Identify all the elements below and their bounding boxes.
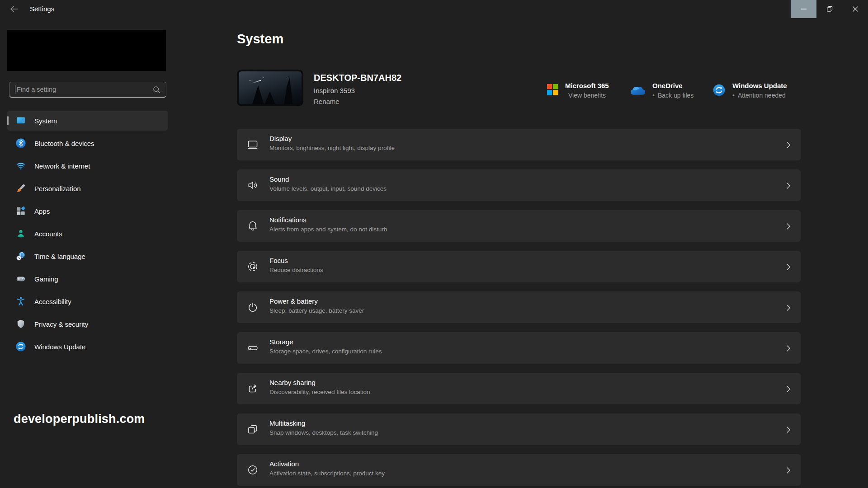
display-icon xyxy=(247,139,259,150)
page-title: System xyxy=(237,32,283,47)
chevron-right-icon xyxy=(787,305,791,311)
row-title: Focus xyxy=(269,256,323,265)
system-icon xyxy=(15,115,26,126)
settings-row-storage[interactable]: StorageStorage space, drives, configurat… xyxy=(237,332,801,364)
checkmark-circle-icon xyxy=(247,464,259,476)
settings-row-power-battery[interactable]: Power & batterySleep, battery usage, bat… xyxy=(237,291,801,323)
sidebar-item-gaming[interactable]: Gaming xyxy=(7,269,168,289)
chevron-right-icon xyxy=(787,467,791,474)
person-icon xyxy=(15,228,26,239)
device-info: DESKTOP-BN7AH82 Inspiron 3593 Rename xyxy=(314,73,401,105)
globe-clock-icon xyxy=(15,251,26,262)
quick-link-subtitle[interactable]: View benefits xyxy=(568,92,606,99)
sidebar-item-label: Time & language xyxy=(34,253,85,260)
sidebar-item-accounts[interactable]: Accounts xyxy=(7,224,168,244)
watermark: developerpublish.com xyxy=(14,412,145,426)
tree-silhouette xyxy=(250,85,266,105)
quick-link-onedrive[interactable]: OneDrive •Back up files xyxy=(630,81,693,99)
tree-silhouette xyxy=(264,92,276,105)
windows-update-icon xyxy=(15,341,26,352)
minimize-icon xyxy=(801,9,807,9)
device-thumbnail xyxy=(237,70,303,106)
sidebar-item-label: Personalization xyxy=(34,185,81,192)
settings-row-activation[interactable]: ActivationActivation state, subscription… xyxy=(237,454,801,486)
storage-drive-icon xyxy=(247,342,259,354)
sidebar-item-windows-update[interactable]: Windows Update xyxy=(7,337,168,357)
sidebar-item-label: Network & internet xyxy=(34,162,90,170)
row-subtitle: Volume levels, output, input, sound devi… xyxy=(269,185,387,193)
settings-row-display[interactable]: DisplayMonitors, brightness, night light… xyxy=(237,129,801,160)
sidebar-item-bluetooth-devices[interactable]: Bluetooth & devices xyxy=(7,133,168,153)
paintbrush-icon xyxy=(15,183,26,194)
sidebar-item-personalization[interactable]: Personalization xyxy=(7,178,168,198)
quick-link-subtitle[interactable]: Attention needed xyxy=(738,92,786,99)
restore-button[interactable] xyxy=(816,0,842,18)
rename-button[interactable]: Rename xyxy=(314,98,401,105)
apps-icon xyxy=(15,206,26,216)
tree-silhouette xyxy=(277,70,298,106)
chevron-right-icon xyxy=(787,183,791,189)
row-title: Display xyxy=(269,134,395,143)
quick-link-microsoft-365[interactable]: Microsoft 365 View benefits xyxy=(547,81,609,99)
sidebar-item-label: Privacy & security xyxy=(34,320,88,328)
row-title: Sound xyxy=(269,175,387,184)
row-subtitle: Storage space, drives, configuration rul… xyxy=(269,347,382,356)
sidebar-item-label: Bluetooth & devices xyxy=(34,140,94,147)
accessibility-person-icon xyxy=(15,296,26,307)
focus-icon xyxy=(247,261,259,272)
speaker-icon xyxy=(247,179,259,191)
sidebar-item-label: Windows Update xyxy=(34,343,85,351)
wifi-icon xyxy=(15,160,26,171)
restore-icon xyxy=(826,5,833,13)
quick-link-windows-update[interactable]: Windows Update •Attention needed xyxy=(712,81,787,99)
quick-link-title: Microsoft 365 xyxy=(565,81,609,90)
row-title: Power & battery xyxy=(269,297,364,306)
sidebar-item-label: Accessibility xyxy=(34,298,71,305)
meteor-streak xyxy=(251,80,261,84)
sidebar-item-privacy-security[interactable]: Privacy & security xyxy=(7,314,168,334)
sidebar-item-label: Apps xyxy=(34,207,50,215)
sidebar-item-apps[interactable]: Apps xyxy=(7,201,168,221)
settings-list: DisplayMonitors, brightness, night light… xyxy=(237,129,801,488)
chevron-right-icon xyxy=(787,427,791,433)
microsoft-logo-icon xyxy=(547,84,558,99)
gamepad-icon xyxy=(15,273,26,284)
sidebar-item-label: System xyxy=(34,117,57,125)
row-subtitle: Activation state, subscriptions, product… xyxy=(269,469,385,478)
row-title: Notifications xyxy=(269,216,387,225)
share-icon xyxy=(247,383,259,394)
settings-row-nearby-sharing[interactable]: Nearby sharingDiscoverability, received … xyxy=(237,373,801,404)
device-name: DESKTOP-BN7AH82 xyxy=(314,73,401,83)
onedrive-cloud-icon xyxy=(630,86,646,99)
account-panel[interactable] xyxy=(7,30,166,71)
quick-link-title: Windows Update xyxy=(732,81,787,90)
sidebar-item-label: Gaming xyxy=(34,275,58,283)
sidebar-item-label: Accounts xyxy=(34,230,62,238)
bell-icon xyxy=(247,220,259,232)
chevron-right-icon xyxy=(787,223,791,230)
sidebar-item-accessibility[interactable]: Accessibility xyxy=(7,291,168,311)
chevron-right-icon xyxy=(787,345,791,352)
settings-row-notifications[interactable]: NotificationsAlerts from apps and system… xyxy=(237,210,801,242)
quick-link-subtitle[interactable]: Back up files xyxy=(658,92,693,99)
close-icon xyxy=(853,6,858,12)
sidebar-item-time-language[interactable]: Time & language xyxy=(7,246,168,266)
settings-row-focus[interactable]: FocusReduce distractions xyxy=(237,251,801,282)
search-box[interactable] xyxy=(9,82,166,98)
settings-row-sound[interactable]: SoundVolume levels, output, input, sound… xyxy=(237,169,801,201)
search-input[interactable] xyxy=(15,86,152,93)
row-title: Activation xyxy=(269,460,385,469)
row-title: Storage xyxy=(269,338,382,347)
chevron-right-icon xyxy=(787,264,791,270)
row-subtitle: Discoverability, received files location xyxy=(269,388,370,396)
sidebar-item-system[interactable]: System xyxy=(7,111,168,131)
window-controls xyxy=(791,0,868,18)
search-icon[interactable] xyxy=(152,85,161,94)
sidebar-item-network-internet[interactable]: Network & internet xyxy=(7,156,168,176)
row-subtitle: Sleep, battery usage, battery saver xyxy=(269,307,364,315)
settings-row-multitasking[interactable]: MultitaskingSnap windows, desktops, task… xyxy=(237,413,801,445)
row-subtitle: Alerts from apps and system, do not dist… xyxy=(269,225,387,234)
close-button[interactable] xyxy=(842,0,868,18)
windows-update-status-icon xyxy=(712,84,726,99)
minimize-button[interactable] xyxy=(791,0,816,18)
